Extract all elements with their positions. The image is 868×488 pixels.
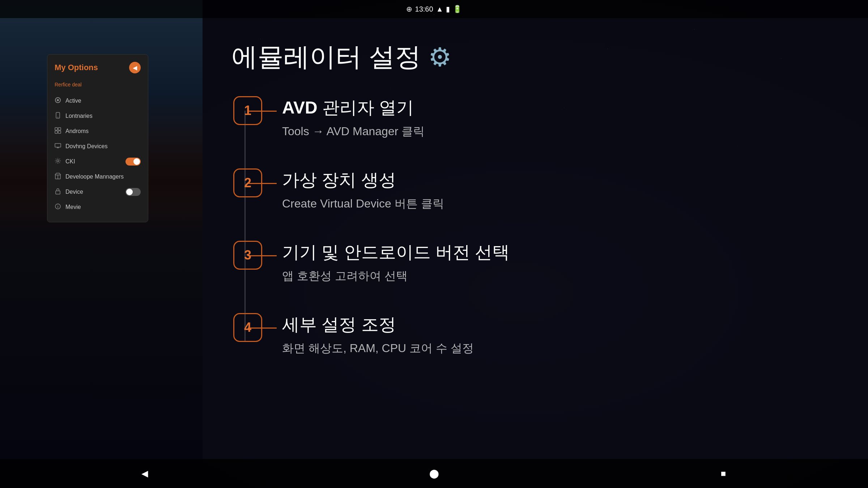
lock-icon: [55, 188, 61, 196]
menu-label-lontnaries: Lontnaries: [65, 113, 93, 119]
time-display: 13:60: [415, 5, 433, 13]
menu-item-dovhng[interactable]: Dovhng Devices: [47, 139, 148, 154]
battery-icon: 🔋: [453, 5, 462, 13]
menu-item-active[interactable]: Active: [47, 93, 148, 108]
svg-rect-8: [55, 144, 61, 147]
menu-item-develoope[interactable]: Develoope Mannagers: [47, 169, 148, 184]
step-content-2: 가상 장치 생성 Create Virtual Device 버튼 클릭: [260, 168, 444, 212]
device-toggle-knob: [126, 189, 133, 195]
grid-icon: [55, 127, 61, 135]
step-content-4: 세부 설정 조정 화면 해상도, RAM, CPU 코어 수 설정: [260, 313, 474, 356]
menu-item-androms-left: Androms: [55, 127, 89, 135]
step-subtitle-2: Create Virtual Device 버튼 클릭: [282, 196, 444, 212]
step-item-4: 4 세부 설정 조정 화면 해상도, RAM, CPU 코어 수 설정: [260, 313, 839, 356]
svg-point-1: [57, 99, 59, 101]
step-item-3: 3 기기 및 안드로이드 버전 선택 앱 호환성 고려하여 선택: [260, 241, 839, 284]
menu-label-mevie: Mevie: [65, 204, 81, 210]
back-nav-button[interactable]: ◀: [134, 463, 156, 484]
step-number-2: 2: [233, 168, 262, 197]
step-subtitle-4: 화면 해상도, RAM, CPU 코어 수 설정: [282, 341, 474, 356]
svg-point-11: [57, 160, 59, 162]
gear-icon: [55, 158, 61, 166]
svg-rect-6: [55, 131, 58, 133]
menu-item-develoope-left: Develoope Mannagers: [55, 173, 124, 181]
device-toggle[interactable]: [125, 188, 141, 196]
steps-container: 1 AVD 관리자 열기 Tools → AVD Manager 클릭 2 가상…: [231, 96, 839, 356]
svg-point-3: [58, 117, 58, 117]
wifi-icon: ▲: [436, 5, 443, 13]
menu-item-active-left: Active: [55, 97, 81, 105]
active-icon: [55, 97, 61, 105]
step-title-1: AVD 관리자 열기: [282, 96, 425, 119]
back-icon: ◀: [133, 64, 137, 71]
step-subtitle-1: Tools → AVD Manager 클릭: [282, 124, 425, 140]
step-number-4: 4: [233, 313, 262, 342]
svg-rect-4: [55, 128, 58, 130]
step-number-3: 3: [233, 241, 262, 270]
info-icon: [55, 203, 61, 211]
step-subtitle-3: 앱 호환성 고려하여 선택: [282, 268, 510, 284]
svg-rect-7: [58, 131, 61, 133]
step-title-3: 기기 및 안드로이드 버전 선택: [282, 241, 510, 264]
step-title-4: 세부 설정 조정: [282, 313, 474, 336]
recent-nav-icon: ■: [721, 468, 726, 479]
options-back-button[interactable]: ◀: [129, 62, 141, 73]
menu-item-mevie-left: Mevie: [55, 203, 81, 211]
step-number-1: 1: [233, 96, 262, 125]
cki-toggle-knob: [133, 158, 140, 165]
status-bar: ⊕ 13:60 ▲ ▮ 🔋: [0, 0, 868, 18]
menu-label-cki: CKI: [65, 158, 75, 165]
recent-nav-button[interactable]: ■: [712, 463, 734, 484]
menu-label-dovhng: Dovhng Devices: [65, 143, 108, 150]
home-nav-icon: ⬤: [429, 468, 439, 479]
step-title-2: 가상 장치 생성: [282, 168, 444, 192]
status-icons: ⊕ 13:60 ▲ ▮ 🔋: [406, 5, 462, 13]
device-icon: [55, 142, 61, 150]
menu-label-active: Active: [65, 98, 81, 104]
options-card: My Options ◀ Rerfice deal Active Lontnar…: [47, 54, 148, 222]
menu-item-androms[interactable]: Androms: [47, 124, 148, 139]
step-item-2: 2 가상 장치 생성 Create Virtual Device 버튼 클릭: [260, 168, 839, 212]
menu-label-androms: Androms: [65, 128, 89, 134]
svg-rect-5: [58, 128, 61, 130]
menu-item-device[interactable]: Device: [47, 184, 148, 200]
step-content-1: AVD 관리자 열기 Tools → AVD Manager 클릭: [260, 96, 425, 140]
options-header: My Options ◀: [47, 62, 148, 79]
menu-item-lontnaries[interactable]: Lontnaries: [47, 108, 148, 124]
svg-point-17: [58, 205, 58, 206]
svg-rect-14: [56, 191, 60, 194]
settings-panel: 에뮬레이터 설정 ⚙ 1 AVD 관리자 열기 Tools → AVD Mana…: [203, 18, 868, 459]
back-nav-icon: ◀: [141, 468, 148, 479]
step-content-3: 기기 및 안드로이드 버전 선택 앱 호환성 고려하여 선택: [260, 241, 510, 284]
panel-title-text: 에뮬레이터 설정: [231, 40, 421, 74]
panel-title: 에뮬레이터 설정 ⚙: [231, 40, 839, 74]
menu-item-mevie[interactable]: Mevie: [47, 200, 148, 215]
android-icon: ⊕: [406, 5, 412, 13]
bottom-nav-bar: ◀ ⬤ ■: [0, 459, 868, 488]
gear-icon-large: ⚙: [428, 42, 452, 72]
phone-icon: [55, 112, 61, 120]
menu-item-cki-left: CKI: [55, 158, 75, 166]
options-subtitle: Rerfice deal: [47, 79, 148, 90]
menu-item-lontnaries-left: Lontnaries: [55, 112, 93, 120]
menu-label-develoope: Develoope Mannagers: [65, 174, 124, 180]
menu-item-cki[interactable]: CKI: [47, 154, 148, 169]
signal-icon: ▮: [446, 5, 450, 13]
home-nav-button[interactable]: ⬤: [423, 463, 445, 484]
menu-item-device-left: Device: [55, 188, 83, 196]
step-item-1: 1 AVD 관리자 열기 Tools → AVD Manager 클릭: [260, 96, 839, 140]
options-title: My Options: [55, 63, 98, 72]
cki-toggle[interactable]: [125, 158, 141, 166]
box-icon: [55, 173, 61, 181]
menu-item-dovhng-left: Dovhng Devices: [55, 142, 108, 150]
menu-label-device: Device: [65, 189, 83, 195]
